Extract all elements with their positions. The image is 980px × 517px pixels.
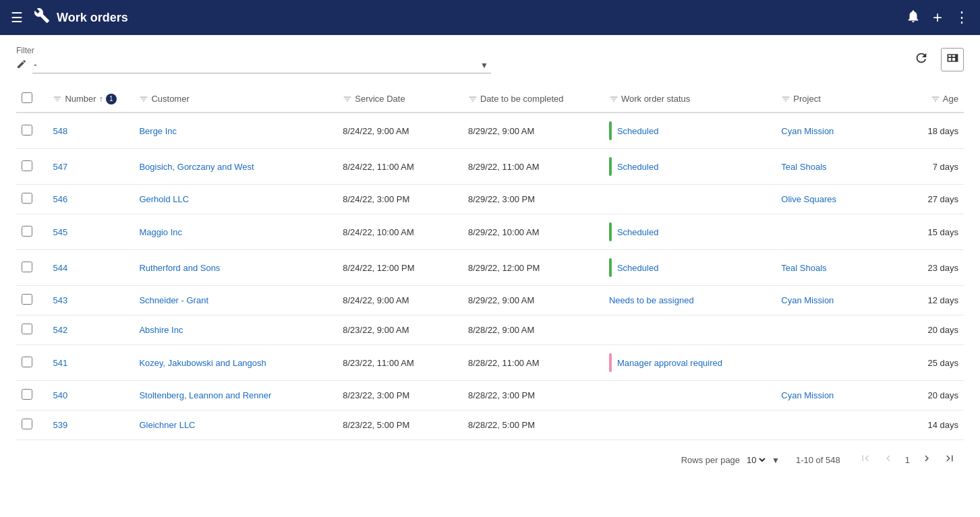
pagination-range: 1-10 of 548: [796, 455, 840, 465]
customer-link[interactable]: Gleichner LLC: [139, 420, 195, 430]
customer-link[interactable]: Maggio Inc: [139, 227, 182, 237]
row-checkbox[interactable]: [22, 324, 32, 334]
customer-link[interactable]: Kozey, Jakubowski and Langosh: [139, 358, 266, 368]
col-date-complete[interactable]: Date to be completed: [463, 86, 604, 113]
filter-select[interactable]: -: [32, 57, 491, 73]
menu-icon[interactable]: ☰: [11, 9, 23, 26]
refresh-button[interactable]: [911, 48, 931, 72]
status-link[interactable]: Scheduled: [617, 126, 658, 136]
rows-per-page-select[interactable]: 10 25 50: [744, 454, 768, 466]
more-options-icon[interactable]: ⋮: [954, 9, 969, 26]
age-cell: 20 days: [901, 315, 964, 345]
customer-link[interactable]: Bogisich, Gorczany and West: [139, 162, 254, 172]
col-status[interactable]: Work order status: [604, 86, 776, 113]
status-link[interactable]: Needs to be assigned: [609, 295, 694, 305]
project-link[interactable]: Teal Shoals: [781, 162, 826, 172]
work-order-number-link[interactable]: 545: [53, 227, 67, 237]
table-row: 547Bogisich, Gorczany and West8/24/22, 1…: [16, 149, 964, 185]
work-orders-table: Number ↑ 1 Customer Service Date: [16, 86, 964, 440]
work-order-number-link[interactable]: 543: [53, 295, 67, 305]
first-page-button[interactable]: [857, 451, 874, 469]
row-checkbox[interactable]: [22, 357, 32, 367]
age-cell: 18 days: [901, 113, 964, 149]
status-cell: [604, 410, 776, 440]
customer-link[interactable]: Stoltenberg, Leannon and Renner: [139, 390, 271, 400]
project-link[interactable]: Cyan Mission: [781, 126, 834, 136]
project-cell: [776, 410, 901, 440]
work-order-number-link[interactable]: 540: [53, 390, 67, 400]
age-cell: 25 days: [901, 345, 964, 381]
notifications-icon[interactable]: [906, 9, 921, 27]
prev-page-button[interactable]: [880, 451, 897, 469]
project-link[interactable]: Teal Shoals: [781, 263, 826, 273]
date-complete-cell: 8/29/22, 3:00 PM: [463, 185, 604, 214]
project-link[interactable]: Cyan Mission: [781, 295, 834, 305]
work-order-number-link[interactable]: 544: [53, 263, 67, 273]
date-complete-cell: 8/29/22, 12:00 PM: [463, 250, 604, 286]
table-row: 545Maggio Inc8/24/22, 10:00 AM8/29/22, 1…: [16, 214, 964, 250]
age-cell: 12 days: [901, 286, 964, 315]
col-project-label: Project: [793, 94, 820, 104]
row-checkbox[interactable]: [22, 160, 32, 171]
add-icon[interactable]: +: [933, 8, 942, 27]
work-order-number-link[interactable]: 541: [53, 358, 67, 368]
row-checkbox[interactable]: [22, 226, 32, 237]
row-checkbox[interactable]: [22, 294, 32, 305]
row-checkbox[interactable]: [22, 262, 32, 272]
age-cell: 20 days: [901, 381, 964, 410]
project-link[interactable]: Cyan Mission: [781, 390, 834, 400]
status-link[interactable]: Scheduled: [617, 263, 658, 273]
customer-link[interactable]: Abshire Inc: [139, 325, 183, 335]
project-cell: Cyan Mission: [776, 113, 901, 149]
status-bar-indicator: [609, 258, 612, 277]
work-order-number-link[interactable]: 542: [53, 325, 67, 335]
work-order-number-link[interactable]: 539: [53, 420, 67, 430]
age-cell: 23 days: [901, 250, 964, 286]
col-date-complete-label: Date to be completed: [480, 94, 564, 104]
row-checkbox[interactable]: [22, 389, 32, 400]
table-row: 543Schneider - Grant8/24/22, 9:00 AM8/29…: [16, 286, 964, 315]
last-page-button[interactable]: [941, 451, 958, 469]
filter-edit-icon[interactable]: [16, 59, 27, 72]
table-row: 548Berge Inc8/24/22, 9:00 AM8/29/22, 9:0…: [16, 113, 964, 149]
service-date-cell: 8/23/22, 9:00 AM: [337, 315, 463, 345]
col-customer[interactable]: Customer: [134, 86, 337, 113]
status-cell: [604, 381, 776, 410]
table-row: 539Gleichner LLC8/23/22, 5:00 PM8/28/22,…: [16, 410, 964, 440]
service-date-cell: 8/24/22, 11:00 AM: [337, 149, 463, 185]
status-link[interactable]: Scheduled: [617, 162, 658, 172]
age-cell: 15 days: [901, 214, 964, 250]
col-project[interactable]: Project: [776, 86, 901, 113]
col-age[interactable]: Age: [901, 86, 964, 113]
next-page-button[interactable]: [918, 451, 935, 469]
select-all-checkbox[interactable]: [22, 92, 32, 103]
row-checkbox[interactable]: [22, 419, 32, 429]
project-cell: [776, 214, 901, 250]
status-bar-indicator: [609, 121, 612, 140]
project-cell: Cyan Mission: [776, 286, 901, 315]
col-service-date[interactable]: Service Date: [337, 86, 463, 113]
customer-link[interactable]: Schneider - Grant: [139, 295, 208, 305]
work-order-number-link[interactable]: 548: [53, 126, 67, 136]
work-order-number-link[interactable]: 546: [53, 194, 67, 204]
status-cell: [604, 315, 776, 345]
status-cell: Needs to be assigned: [604, 286, 776, 315]
project-link[interactable]: Olive Squares: [781, 194, 836, 204]
col-service-date-label: Service Date: [355, 94, 405, 104]
customer-link[interactable]: Gerhold LLC: [139, 194, 189, 204]
main-content: Filter - ▼: [0, 35, 980, 517]
status-link[interactable]: Manager approval required: [617, 358, 722, 368]
service-date-cell: 8/23/22, 5:00 PM: [337, 410, 463, 440]
customer-link[interactable]: Berge Inc: [139, 126, 177, 136]
customer-link[interactable]: Rutherford and Sons: [139, 263, 220, 273]
sort-asc-icon: ↑: [99, 94, 103, 104]
col-number[interactable]: Number ↑ 1: [47, 86, 134, 113]
row-checkbox[interactable]: [22, 125, 32, 135]
table-row: 542Abshire Inc8/23/22, 9:00 AM8/28/22, 9…: [16, 315, 964, 345]
service-date-cell: 8/24/22, 9:00 AM: [337, 113, 463, 149]
status-link[interactable]: Scheduled: [617, 227, 658, 237]
layout-button[interactable]: [941, 48, 964, 71]
row-checkbox[interactable]: [22, 193, 32, 204]
work-order-number-link[interactable]: 547: [53, 162, 67, 172]
service-date-cell: 8/23/22, 3:00 PM: [337, 381, 463, 410]
